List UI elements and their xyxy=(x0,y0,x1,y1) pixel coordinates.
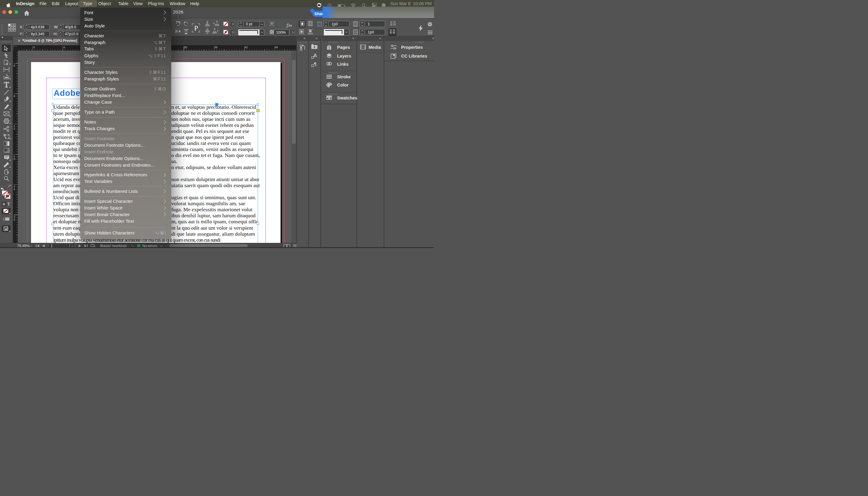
svg-text:A: A xyxy=(313,53,317,58)
svg-text:¶: ¶ xyxy=(314,61,316,67)
